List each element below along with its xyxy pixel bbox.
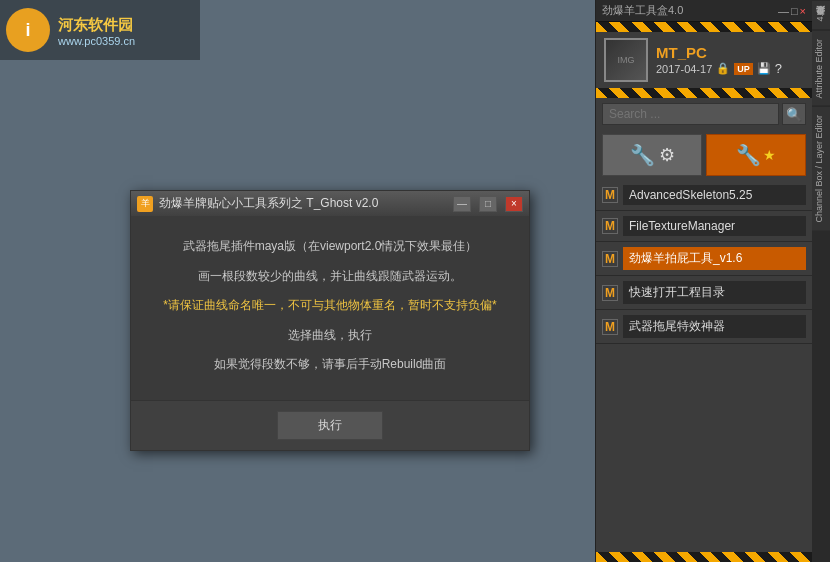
modal-warning: *请保证曲线命名唯一，不可与其他物体重名，暂时不支持负偏* bbox=[151, 295, 509, 317]
modal-icon: 羊 bbox=[137, 196, 153, 212]
side-tabs: 劲爆羊工具盒4.0 Attribute Editor Channel Box /… bbox=[812, 0, 830, 562]
modal-line-2: 画一根段数较少的曲线，并让曲线跟随武器运动。 bbox=[151, 266, 509, 288]
wrench-icon: 🔧 bbox=[630, 143, 655, 167]
hazard-bar-mid bbox=[596, 88, 812, 98]
panel-restore-btn[interactable]: □ bbox=[791, 5, 798, 17]
modal-line-5: 如果觉得段数不够，请事后手动Rebuild曲面 bbox=[151, 354, 509, 376]
menu-list: M AdvancedSkeleton5.25 M FileTextureMana… bbox=[596, 180, 812, 552]
menu-item-4[interactable]: M 武器拖尾特效神器 bbox=[596, 310, 812, 344]
wrench-star-icon: 🔧 bbox=[736, 143, 761, 167]
user-name: MT_PC bbox=[656, 44, 804, 61]
menu-label-2: 劲爆羊拍屁工具_v1.6 bbox=[623, 247, 806, 270]
menu-item-2[interactable]: M 劲爆羊拍屁工具_v1.6 bbox=[596, 242, 812, 276]
side-tab-2[interactable]: Channel Box / Layer Editor bbox=[812, 106, 830, 231]
user-date: 2017-04-17 🔒 UP 💾 ? bbox=[656, 61, 804, 76]
menu-badge-1: M bbox=[602, 218, 618, 234]
panel-title: 劲爆羊工具盒4.0 bbox=[602, 3, 683, 18]
modal-minimize-button[interactable]: — bbox=[453, 196, 471, 212]
save-icon: 💾 bbox=[757, 62, 771, 75]
menu-badge-0: M bbox=[602, 187, 618, 203]
modal-close-button[interactable]: × bbox=[505, 196, 523, 212]
user-section: IMG MT_PC 2017-04-17 🔒 UP 💾 ? bbox=[596, 32, 812, 88]
menu-label-4: 武器拖尾特效神器 bbox=[623, 315, 806, 338]
star-icon: ★ bbox=[763, 147, 776, 163]
side-tab-0[interactable]: 劲爆羊工具盒4.0 bbox=[812, 0, 830, 30]
brand-name: 河东软件园 bbox=[58, 14, 135, 35]
menu-item-3[interactable]: M 快速打开工程目录 bbox=[596, 276, 812, 310]
modal-body: 武器拖尾插件maya版（在viewport2.0情况下效果最佳） 画一根段数较少… bbox=[131, 216, 529, 400]
modal-footer: 执行 bbox=[131, 400, 529, 450]
modal-titlebar: 羊 劲爆羊牌贴心小工具系列之 T_Ghost v2.0 — □ × bbox=[131, 191, 529, 216]
modal-line-4: 选择曲线，执行 bbox=[151, 325, 509, 347]
menu-badge-4: M bbox=[602, 319, 618, 335]
search-section: 🔍 bbox=[596, 98, 812, 130]
modal-line-1: 武器拖尾插件maya版（在viewport2.0情况下效果最佳） bbox=[151, 236, 509, 258]
help-icon[interactable]: ? bbox=[775, 61, 782, 76]
execute-button[interactable]: 执行 bbox=[277, 411, 383, 440]
menu-label-1: FileTextureManager bbox=[623, 216, 806, 236]
logo-circle: i bbox=[6, 8, 50, 52]
menu-label-0: AdvancedSkeleton5.25 bbox=[623, 185, 806, 205]
side-tab-1[interactable]: Attribute Editor bbox=[812, 30, 830, 107]
menu-item-1[interactable]: M FileTextureManager bbox=[596, 211, 812, 242]
hazard-bar-top bbox=[596, 22, 812, 32]
panel-minimize-btn[interactable]: — bbox=[778, 5, 789, 17]
menu-badge-2: M bbox=[602, 251, 618, 267]
tool-buttons-row: 🔧 ⚙ 🔧 ★ bbox=[596, 130, 812, 180]
gear-icon: ⚙ bbox=[659, 144, 675, 166]
right-panel: 劲爆羊工具盒4.0 — □ × IMG MT_PC 2017-04-17 🔒 U… bbox=[595, 0, 830, 562]
up-badge: UP bbox=[734, 63, 753, 75]
search-button[interactable]: 🔍 bbox=[782, 103, 806, 125]
brand-url: www.pc0359.cn bbox=[58, 35, 135, 47]
user-info: MT_PC 2017-04-17 🔒 UP 💾 ? bbox=[656, 44, 804, 76]
menu-badge-3: M bbox=[602, 285, 618, 301]
modal-window: 羊 劲爆羊牌贴心小工具系列之 T_Ghost v2.0 — □ × 武器拖尾插件… bbox=[130, 190, 530, 451]
panel-titlebar: 劲爆羊工具盒4.0 — □ × bbox=[596, 0, 812, 22]
tool-button-orange[interactable]: 🔧 ★ bbox=[706, 134, 806, 176]
lock-icon: 🔒 bbox=[716, 62, 730, 75]
user-avatar: IMG bbox=[604, 38, 648, 82]
search-input[interactable] bbox=[602, 103, 779, 125]
watermark-logo: i 河东软件园 www.pc0359.cn bbox=[0, 0, 200, 60]
tool-button-gray[interactable]: 🔧 ⚙ bbox=[602, 134, 702, 176]
menu-label-3: 快速打开工程目录 bbox=[623, 281, 806, 304]
modal-title: 劲爆羊牌贴心小工具系列之 T_Ghost v2.0 bbox=[159, 195, 445, 212]
panel-main: 劲爆羊工具盒4.0 — □ × IMG MT_PC 2017-04-17 🔒 U… bbox=[596, 0, 812, 562]
modal-restore-button[interactable]: □ bbox=[479, 196, 497, 212]
panel-close-btn[interactable]: × bbox=[800, 5, 806, 17]
hazard-bar-bottom bbox=[596, 552, 812, 562]
menu-item-0[interactable]: M AdvancedSkeleton5.25 bbox=[596, 180, 812, 211]
